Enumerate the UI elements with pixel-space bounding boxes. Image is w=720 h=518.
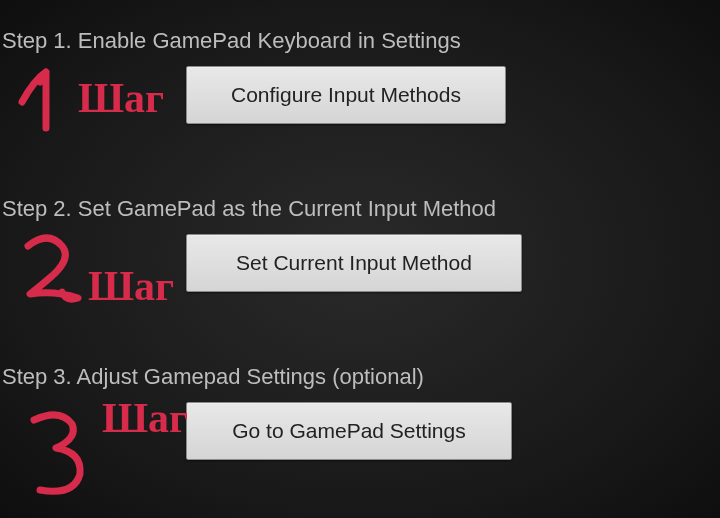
annotation-word-2: Шаг <box>88 263 174 309</box>
configure-input-methods-button[interactable]: Configure Input Methods <box>186 66 506 124</box>
step-3-label: Step 3. Adjust Gamepad Settings (optiona… <box>2 364 424 390</box>
go-to-gamepad-settings-button[interactable]: Go to GamePad Settings <box>186 402 512 460</box>
step-1-label: Step 1. Enable GamePad Keyboard in Setti… <box>2 28 461 54</box>
step-2-label: Step 2. Set GamePad as the Current Input… <box>2 196 496 222</box>
set-current-input-method-button[interactable]: Set Current Input Method <box>186 234 522 292</box>
annotation-digit-3 <box>34 415 80 491</box>
annotation-word-3: Шаг <box>102 395 188 441</box>
annotation-word-1: Шаг <box>78 75 164 121</box>
annotation-digit-1 <box>22 72 46 128</box>
annotation-digit-2 <box>28 238 78 299</box>
